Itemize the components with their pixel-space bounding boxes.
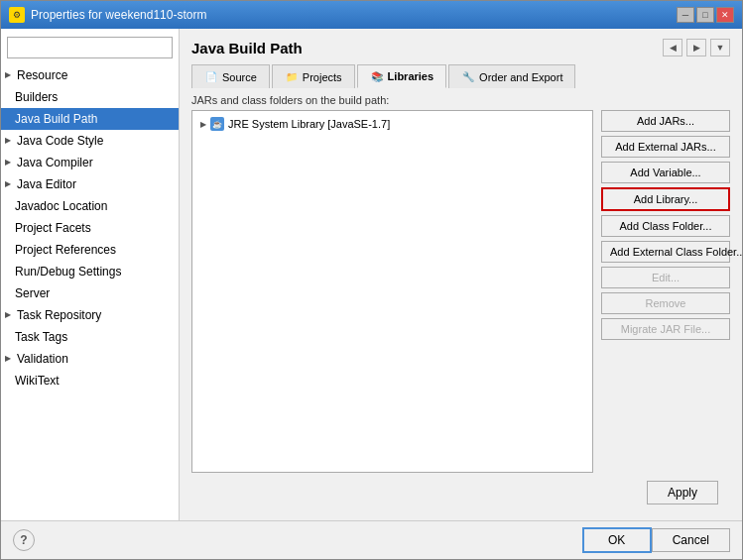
expand-arrow-icon: ▶	[5, 66, 11, 84]
expand-arrow-icon: ▶	[5, 350, 11, 368]
sidebar-item-run-debug-settings[interactable]: Run/Debug Settings	[1, 261, 179, 282]
sidebar-item-label: Java Compiler	[17, 154, 93, 171]
expand-arrow-icon: ▶	[5, 175, 11, 193]
close-button[interactable]: ✕	[716, 7, 734, 23]
add-library-button[interactable]: Add Library...	[601, 187, 730, 211]
sidebar-item-label: Project Facets	[15, 219, 91, 237]
remove-button[interactable]: Remove	[601, 292, 730, 314]
tab-order-export-label: Order and Export	[479, 71, 562, 83]
main-title: Java Build Path	[191, 40, 303, 56]
tree-panel[interactable]: ▶ ☕ JRE System Library [JavaSE-1.7]	[191, 110, 593, 473]
tree-item-label: JRE System Library [JavaSE-1.7]	[228, 118, 390, 130]
add-class-folder-button[interactable]: Add Class Folder...	[601, 215, 730, 237]
maximize-button[interactable]: □	[696, 7, 714, 23]
title-bar-controls: ─ □ ✕	[677, 7, 734, 23]
sidebar-item-label: Java Editor	[17, 175, 76, 193]
sidebar-item-java-editor[interactable]: ▶ Java Editor	[1, 173, 179, 195]
title-bar-left: ⚙ Properties for weekend110-storm	[9, 7, 206, 23]
add-external-class-folder-button[interactable]: Add External Class Folder...	[601, 241, 730, 263]
tab-projects-label: Projects	[303, 71, 342, 83]
sidebar-item-server[interactable]: Server	[1, 282, 179, 304]
libraries-tab-icon: 📚	[370, 69, 384, 83]
tree-expand-icon: ▶	[200, 120, 206, 129]
sidebar-item-label: Java Code Style	[17, 132, 103, 150]
sidebar-item-label: Builders	[15, 88, 58, 106]
content-area: ▶ ☕ JRE System Library [JavaSE-1.7] Add …	[191, 110, 730, 473]
sidebar-item-resource[interactable]: ▶ Resource	[1, 64, 179, 86]
main-header: Java Build Path ◀ ▶ ▼	[191, 39, 730, 56]
sidebar-search-input[interactable]	[7, 37, 173, 58]
add-jars-button[interactable]: Add JARs...	[601, 110, 730, 132]
nav-arrows: ◀ ▶ ▼	[663, 39, 730, 56]
sidebar-item-validation[interactable]: ▶ Validation	[1, 348, 179, 370]
main-content: Java Build Path ◀ ▶ ▼ 📄 Source 📁 Project…	[180, 29, 742, 520]
sidebar-item-task-repository[interactable]: ▶ Task Repository	[1, 304, 179, 326]
sidebar-item-label: Resource	[17, 66, 67, 84]
expand-arrow-icon: ▶	[5, 306, 11, 324]
buttons-panel: Add JARs... Add External JARs... Add Var…	[601, 110, 730, 473]
help-button[interactable]: ?	[13, 529, 35, 551]
tree-item-jre[interactable]: ▶ ☕ JRE System Library [JavaSE-1.7]	[196, 115, 588, 133]
sidebar-item-label: Server	[15, 284, 50, 302]
expand-arrow-icon: ▶	[5, 132, 11, 150]
cancel-button[interactable]: Cancel	[652, 528, 730, 552]
dialog-footer: ? OK Cancel	[1, 520, 742, 559]
tab-projects[interactable]: 📁 Projects	[272, 64, 355, 88]
sidebar-item-label: Task Tags	[15, 328, 67, 346]
window-icon: ⚙	[9, 7, 25, 23]
sidebar-item-label: Project References	[15, 241, 116, 259]
footer-left: ?	[13, 529, 582, 551]
tab-order-export[interactable]: 🔧 Order and Export	[448, 64, 575, 88]
tabs: 📄 Source 📁 Projects 📚 Libraries 🔧 Order …	[191, 64, 730, 88]
sidebar-item-label: Validation	[17, 350, 68, 368]
ok-button[interactable]: OK	[582, 527, 652, 553]
sidebar-item-label: Task Repository	[17, 306, 101, 324]
edit-button[interactable]: Edit...	[601, 267, 730, 288]
sidebar-item-javadoc-location[interactable]: Javadoc Location	[1, 195, 179, 217]
nav-dropdown-button[interactable]: ▼	[710, 39, 730, 56]
sidebar: ▶ Resource Builders Java Build Path ▶ Ja…	[1, 29, 180, 520]
sidebar-item-label: Javadoc Location	[15, 197, 107, 215]
sidebar-item-project-facets[interactable]: Project Facets	[1, 217, 179, 239]
source-tab-icon: 📄	[204, 70, 218, 84]
tab-source-label: Source	[222, 71, 257, 83]
migrate-jar-button[interactable]: Migrate JAR File...	[601, 318, 730, 340]
tab-libraries[interactable]: 📚 Libraries	[357, 64, 446, 88]
sidebar-item-label: Java Build Path	[15, 110, 97, 128]
projects-tab-icon: 📁	[285, 70, 299, 84]
sidebar-item-java-build-path[interactable]: Java Build Path	[1, 108, 179, 130]
add-external-jars-button[interactable]: Add External JARs...	[601, 136, 730, 158]
dialog-window: ⚙ Properties for weekend110-storm ─ □ ✕ …	[0, 0, 743, 560]
apply-button[interactable]: Apply	[647, 481, 718, 504]
add-variable-button[interactable]: Add Variable...	[601, 162, 730, 183]
sidebar-item-builders[interactable]: Builders	[1, 86, 179, 108]
sidebar-item-wikitext[interactable]: WikiText	[1, 370, 179, 392]
dialog-body: ▶ Resource Builders Java Build Path ▶ Ja…	[1, 29, 742, 520]
minimize-button[interactable]: ─	[677, 7, 694, 23]
nav-back-button[interactable]: ◀	[663, 39, 682, 56]
order-export-tab-icon: 🔧	[461, 70, 475, 84]
sidebar-item-task-tags[interactable]: Task Tags	[1, 326, 179, 348]
path-description: JARs and class folders on the build path…	[191, 94, 730, 106]
apply-bar: Apply	[191, 473, 730, 512]
sidebar-item-label: WikiText	[15, 372, 60, 390]
sidebar-item-java-compiler[interactable]: ▶ Java Compiler	[1, 152, 179, 173]
sidebar-item-java-code-style[interactable]: ▶ Java Code Style	[1, 130, 179, 152]
sidebar-item-project-references[interactable]: Project References	[1, 239, 179, 261]
tab-libraries-label: Libraries	[388, 70, 433, 82]
window-title: Properties for weekend110-storm	[31, 8, 206, 22]
sidebar-item-label: Run/Debug Settings	[15, 263, 121, 280]
tab-source[interactable]: 📄 Source	[191, 64, 270, 88]
title-bar: ⚙ Properties for weekend110-storm ─ □ ✕	[1, 1, 742, 29]
expand-arrow-icon: ▶	[5, 154, 11, 171]
nav-forward-button[interactable]: ▶	[686, 39, 706, 56]
jre-library-icon: ☕	[210, 117, 224, 131]
